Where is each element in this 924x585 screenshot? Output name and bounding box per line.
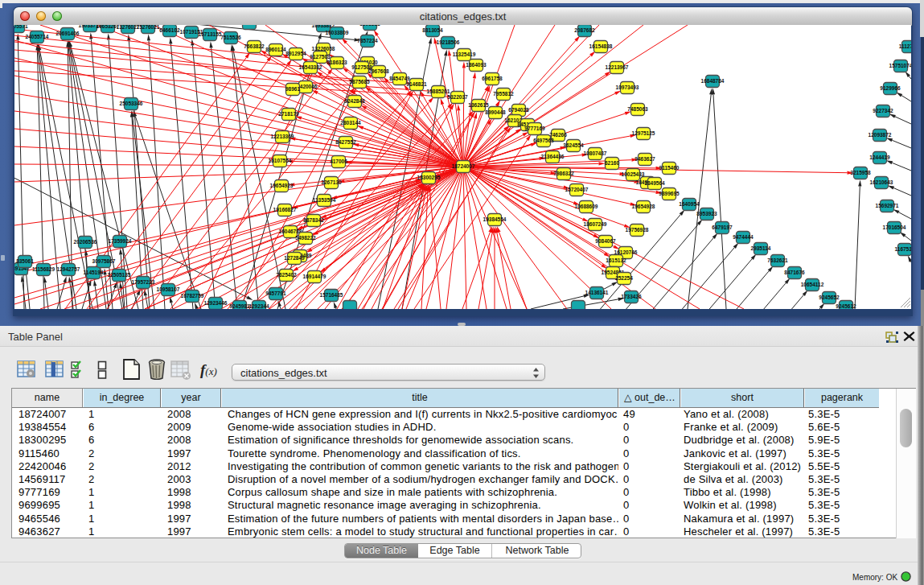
svg-text:16848784: 16848784 (701, 78, 725, 84)
svg-text:8471676: 8471676 (784, 270, 805, 275)
svg-text:10025433: 10025433 (622, 171, 645, 177)
svg-text:16543382: 16543382 (299, 64, 322, 70)
svg-text:24055714: 24055714 (26, 34, 49, 39)
svg-text:1167533: 1167533 (895, 246, 911, 252)
svg-text:17359924: 17359924 (109, 238, 132, 244)
svg-text:20691406: 20691406 (56, 31, 80, 36)
svg-text:1733426: 1733426 (621, 294, 642, 299)
svg-text:9899695: 9899695 (659, 191, 680, 196)
svg-text:20206536: 20206536 (74, 239, 97, 245)
svg-text:19654923: 19654923 (270, 183, 294, 188)
svg-text:3215958: 3215958 (850, 170, 871, 175)
svg-text:9227342: 9227342 (873, 108, 893, 113)
svg-text:1603381: 1603381 (359, 25, 380, 27)
svg-text:16914479: 16914479 (303, 274, 326, 279)
svg-text:1112748: 1112748 (899, 43, 911, 49)
svg-text:16210643: 16210643 (870, 179, 893, 185)
svg-text:16033809: 16033809 (326, 30, 349, 35)
svg-text:6497568: 6497568 (533, 138, 554, 143)
svg-text:25053346: 25053346 (120, 101, 143, 106)
svg-text:10973493: 10973493 (616, 84, 639, 90)
svg-text:15720407: 15720407 (565, 187, 589, 192)
svg-text:7485063: 7485063 (627, 106, 648, 112)
svg-text:9127503: 9127503 (310, 54, 331, 60)
svg-text:8813054: 8813054 (422, 27, 443, 33)
svg-text:6479197: 6479197 (712, 225, 733, 230)
svg-text:19654928: 19654928 (632, 204, 655, 209)
svg-text:11156829: 11156829 (32, 266, 55, 272)
svg-text:9457791: 9457791 (265, 290, 286, 296)
svg-text:1849564: 1849564 (644, 180, 665, 186)
svg-text:15885201: 15885201 (427, 89, 450, 94)
svg-text:9146821: 9146821 (406, 81, 427, 87)
svg-text:19166827: 19166827 (273, 207, 297, 212)
svg-text:1145194: 1145194 (84, 270, 104, 275)
svg-text:18300295: 18300295 (417, 175, 441, 180)
svg-text:18724007: 18724007 (452, 163, 475, 169)
svg-text:2803144: 2803144 (340, 120, 361, 126)
svg-text:18607249: 18607249 (584, 221, 607, 227)
svg-text:1615132: 1615132 (606, 257, 626, 263)
svg-text:9245981: 9245981 (229, 303, 250, 309)
svg-text:30975867: 30975867 (92, 258, 116, 264)
svg-text:12093872: 12093872 (869, 132, 892, 138)
svg-text:3624554: 3624554 (563, 142, 584, 148)
svg-text:5498222: 5498222 (295, 235, 316, 241)
svg-text:1640954: 1640954 (679, 201, 700, 207)
svg-text:10807487: 10807487 (584, 150, 607, 156)
svg-text:8990448: 8990448 (485, 109, 506, 115)
svg-text:9115460: 9115460 (659, 165, 680, 171)
svg-text:6794028: 6794028 (508, 107, 529, 113)
svg-text:8960124: 8960124 (265, 47, 286, 52)
svg-text:6466102: 6466102 (159, 27, 180, 33)
svg-text:746266: 746266 (549, 132, 567, 138)
svg-text:17957223: 17957223 (132, 279, 155, 285)
svg-text:21364436: 21364436 (541, 154, 565, 159)
svg-text:9084067: 9084067 (595, 238, 616, 244)
svg-text:1292344: 1292344 (248, 303, 269, 309)
svg-text:9245612: 9245612 (836, 303, 856, 309)
svg-text:5875685: 5875685 (349, 79, 370, 84)
svg-text:15716485: 15716485 (320, 292, 343, 298)
svg-text:3267130: 3267130 (321, 179, 342, 185)
svg-text:19218506: 19218506 (437, 39, 460, 45)
svg-text:5322037: 5322037 (447, 94, 468, 100)
svg-text:17016504: 17016504 (883, 225, 906, 230)
svg-text:835061: 835061 (16, 258, 34, 264)
svg-text:7515526: 7515526 (220, 35, 241, 40)
svg-text:1362615: 1362615 (468, 102, 489, 108)
svg-text:11325419: 11325419 (453, 51, 476, 57)
svg-text:9474444: 9474444 (733, 234, 754, 240)
svg-text:15276021: 15276021 (137, 25, 160, 30)
svg-text:12213369: 12213369 (271, 134, 294, 139)
svg-text:8912954: 8912954 (285, 51, 306, 56)
svg-text:16107554: 16107554 (269, 158, 292, 163)
svg-text:12923446: 12923446 (204, 300, 228, 306)
svg-text:1864093: 1864093 (466, 62, 487, 68)
svg-text:12975125: 12975125 (632, 130, 655, 136)
svg-text:2718179: 2718179 (278, 111, 299, 117)
svg-text:8427552: 8427552 (335, 139, 356, 145)
svg-text:8186323: 8186323 (326, 60, 347, 65)
svg-text:7986322: 7986322 (553, 171, 574, 176)
svg-text:8878342: 8878342 (303, 217, 324, 223)
svg-text:15692971: 15692971 (876, 203, 899, 208)
svg-text:14136141: 14136141 (585, 290, 609, 295)
svg-text:9242848: 9242848 (344, 98, 365, 104)
svg-text:10688609: 10688609 (575, 204, 598, 209)
svg-text:252254: 252254 (615, 275, 633, 281)
svg-text:1272849: 1272849 (284, 255, 305, 261)
svg-text:16154838: 16154838 (589, 43, 613, 49)
svg-text:10654112: 10654112 (801, 282, 824, 287)
svg-text:7857224: 7857224 (357, 38, 378, 43)
svg-text:16782759: 16782759 (181, 293, 204, 299)
svg-text:6961758: 6961758 (482, 76, 503, 81)
svg-text:15751074: 15751074 (889, 63, 911, 68)
svg-text:98961: 98961 (285, 86, 300, 92)
svg-text:12213967: 12213967 (606, 64, 629, 70)
svg-text:2967608: 2967608 (368, 68, 389, 74)
svg-text:7955812: 7955812 (493, 91, 514, 97)
svg-text:2087682: 2087682 (574, 27, 595, 33)
svg-text:417006: 417006 (330, 159, 347, 164)
svg-text:7632621: 7632621 (767, 257, 788, 263)
